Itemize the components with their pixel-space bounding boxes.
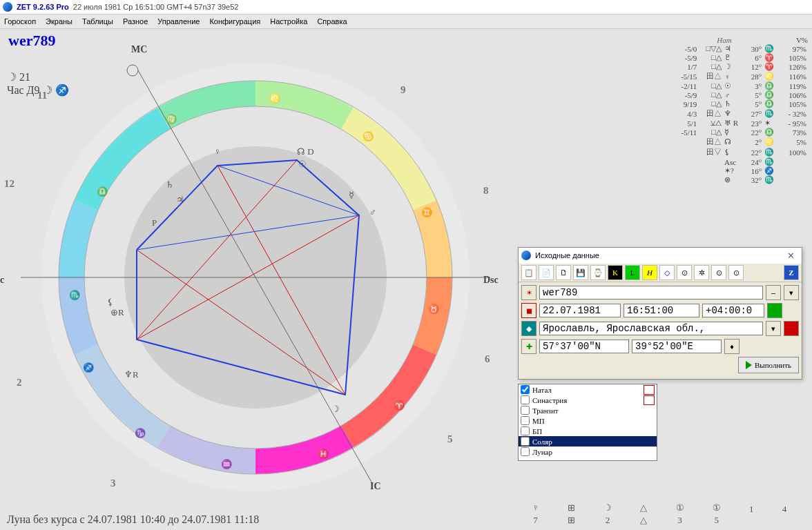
tb-h-icon[interactable]: H <box>642 265 657 280</box>
execute-button[interactable]: Выполнить <box>738 357 799 373</box>
tb-paste-icon[interactable]: 📋 <box>521 265 536 280</box>
list-item[interactable]: Соляр <box>519 436 657 446</box>
tb-new-icon[interactable]: 🗋 <box>556 265 571 280</box>
list-label: БП <box>532 427 542 435</box>
svg-text:♀: ♀ <box>214 146 221 157</box>
glyph-col: 1 <box>749 502 754 526</box>
name-dropdown-icon[interactable]: – <box>766 285 781 300</box>
table-row: 5/1⚺△♅ R23°✶- 95% <box>673 119 808 128</box>
svg-text:♈: ♈ <box>394 400 405 411</box>
menu-misc[interactable]: Разное <box>123 17 148 26</box>
list-checkbox[interactable] <box>521 406 530 415</box>
list-item[interactable]: Транзит <box>519 405 657 415</box>
place-dropdown-icon[interactable]: ▾ <box>766 321 781 336</box>
list-badge-icon <box>644 395 655 405</box>
tz-color-icon[interactable] <box>767 303 782 318</box>
list-badge-icon <box>644 385 655 395</box>
chart-type-list[interactable]: НаталСинастрияТранзитМПБПСолярЛунар <box>518 384 657 461</box>
tb-circle3-icon[interactable]: ⊙ <box>728 265 744 280</box>
date-input[interactable] <box>539 304 621 317</box>
place-marker-icon[interactable]: ◆ <box>521 321 536 336</box>
name-input[interactable] <box>539 286 763 300</box>
table-row: 田▽⚸22°♏100% <box>673 147 808 157</box>
menu-settings[interactable]: Настройка <box>270 17 307 26</box>
list-label: МП <box>532 417 545 425</box>
svg-text:♓: ♓ <box>318 448 329 460</box>
glyph-col: ☽2 <box>603 502 612 526</box>
list-item[interactable]: Синастрия <box>519 395 657 405</box>
execute-label: Выполнить <box>755 361 791 369</box>
close-icon[interactable]: ✕ <box>783 251 799 261</box>
tb-circle2-icon[interactable]: ⊙ <box>711 265 726 280</box>
list-item[interactable]: Лунар <box>519 446 657 457</box>
list-checkbox[interactable] <box>521 385 530 394</box>
svg-text:☽: ☽ <box>331 404 340 414</box>
axis-dsc: Dsc <box>483 275 499 286</box>
play-icon <box>746 361 752 369</box>
menu-horoscope[interactable]: Гороскоп <box>4 17 36 26</box>
lat-input[interactable] <box>539 340 629 353</box>
name-marker-icon[interactable]: ✶ <box>521 285 536 300</box>
tb-now-icon[interactable]: ⌚ <box>590 265 606 280</box>
list-item[interactable]: МП <box>519 415 657 426</box>
tb-z-icon[interactable]: Z <box>784 265 799 280</box>
svg-text:♆R: ♆R <box>124 369 139 380</box>
coords-swap-icon[interactable]: ♦ <box>724 339 740 354</box>
axis-mc: MC <box>131 44 147 55</box>
svg-text:⊕R: ⊕R <box>110 307 124 317</box>
svg-text:☉: ☉ <box>298 159 307 169</box>
list-item[interactable]: БП <box>519 426 657 436</box>
tb-circle1-icon[interactable]: ⊙ <box>677 265 692 280</box>
list-checkbox[interactable] <box>521 437 530 446</box>
svg-text:♑: ♑ <box>135 427 146 439</box>
tb-k-icon[interactable]: K <box>608 265 623 280</box>
list-checkbox[interactable] <box>521 395 530 404</box>
tb-star-icon[interactable]: ✲ <box>694 265 709 280</box>
source-data-dialog[interactable]: Исходные данные ✕ 📋 📄 🗋 💾 ⌚ K L H ◇ ⊙ ✲ … <box>518 247 802 380</box>
svg-text:♄: ♄ <box>166 179 174 190</box>
list-checkbox[interactable] <box>521 447 530 456</box>
list-checkbox[interactable] <box>521 416 530 425</box>
svg-text:♎: ♎ <box>97 186 108 197</box>
place-color-icon[interactable] <box>784 321 799 336</box>
place-input[interactable] <box>539 322 763 335</box>
tb-l-icon[interactable]: L <box>625 265 640 280</box>
tb-copy-icon[interactable]: 📄 <box>539 265 554 280</box>
titlebar-date: 22 июля 1981 Ср 16:51:00 GMT+4 57n37 39e… <box>73 3 239 11</box>
dialog-body: ✶ – ▾ ◼ ◆ ▾ ✚ ♦ Выполнить <box>519 282 802 379</box>
coords-marker-icon[interactable]: ✚ <box>521 339 536 354</box>
menu-tables[interactable]: Таблицы <box>82 17 113 26</box>
time-input[interactable] <box>624 304 699 317</box>
list-item[interactable]: Натал <box>519 384 657 395</box>
tz-input[interactable] <box>702 304 764 317</box>
dialog-title: Исходные данные <box>535 251 599 259</box>
name-more-icon[interactable]: ▾ <box>784 285 799 300</box>
menu-screens[interactable]: Экраны <box>46 17 72 26</box>
table-row: -2/11□△☉3°♎119% <box>673 81 808 90</box>
planet-table: НатV% -5/0□▽△♃30°♏97%-5/9□△♇6°♈105%1/7□△… <box>673 36 808 184</box>
list-label: Лунар <box>532 448 552 456</box>
axis-asc: c <box>0 275 4 286</box>
menubar[interactable]: Гороскоп Экраны Таблицы Разное Управлени… <box>0 14 812 29</box>
house-6: 6 <box>485 353 490 365</box>
dialog-toolbar[interactable]: 📋 📄 🗋 💾 ⌚ K L H ◇ ⊙ ✲ ⊙ ⊙ Z <box>519 263 802 282</box>
svg-text:♋: ♋ <box>362 130 374 142</box>
footer-status: Луна без курса с 24.07.1981 10:40 до 24.… <box>7 513 259 526</box>
table-row: -5/0□▽△♃30°♏97% <box>673 44 808 53</box>
app-name: ZET 9.2.63 Pro <box>17 3 69 11</box>
table-row: -5/15田△♀28°♌116% <box>673 71 808 81</box>
list-checkbox[interactable] <box>521 426 530 435</box>
chart-wheel[interactable]: wer789 ☽ 21 Час Д9 ☽ ♐ <box>0 29 511 530</box>
menu-config[interactable]: Конфигурация <box>209 17 260 26</box>
menu-control[interactable]: Управление <box>157 17 200 26</box>
table-row: 1/7□△☽12°♈126% <box>673 62 808 71</box>
date-marker-icon[interactable]: ◼ <box>521 303 536 318</box>
list-label: Транзит <box>532 406 559 415</box>
svg-text:♒: ♒ <box>221 458 233 470</box>
tb-save-icon[interactable]: 💾 <box>573 265 588 280</box>
menu-help[interactable]: Справка <box>317 17 347 26</box>
svg-text:♂: ♂ <box>369 207 376 217</box>
tb-diamond-icon[interactable]: ◇ <box>659 265 675 280</box>
dialog-titlebar[interactable]: Исходные данные ✕ <box>519 248 802 263</box>
lon-input[interactable] <box>632 340 722 353</box>
